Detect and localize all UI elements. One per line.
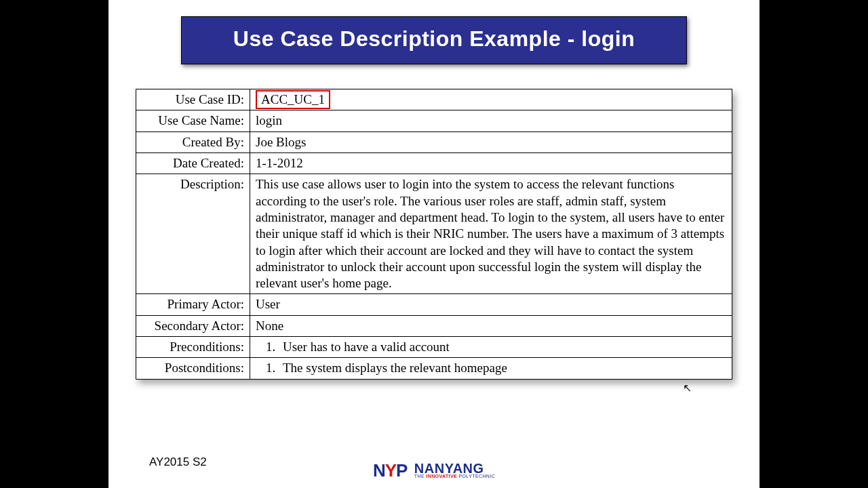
row-primary-actor: Primary Actor: User xyxy=(136,294,732,315)
row-description: Description: This use case allows user t… xyxy=(136,174,732,294)
value-secondary-actor: None xyxy=(250,315,732,336)
use-case-table-wrap: Use Case ID: ACC_UC_1 Use Case Name: log… xyxy=(136,89,732,380)
logo-line2-c: POLYTECHNIC xyxy=(457,474,495,479)
row-use-case-name: Use Case Name: login xyxy=(136,110,732,131)
row-date-created: Date Created: 1-1-2012 xyxy=(136,152,732,174)
row-postconditions: Postconditions: The system displays the … xyxy=(136,358,732,379)
logo-initials: NYP xyxy=(373,460,407,481)
logo-text: NANYANG THE INNOVATIVE POLYTECHNIC xyxy=(414,462,495,479)
value-use-case-id: ACC_UC_1 xyxy=(250,89,732,110)
label-use-case-name: Use Case Name: xyxy=(136,110,250,131)
value-use-case-name: login xyxy=(250,110,732,131)
label-preconditions: Preconditions: xyxy=(136,337,250,358)
logo-n: N xyxy=(373,460,385,481)
logo-line1: NANYANG xyxy=(414,462,495,474)
label-created-by: Created By: xyxy=(136,131,250,152)
slide-title-box: Use Case Description Example - login xyxy=(181,16,687,64)
footer-text: AY2015 S2 xyxy=(149,455,207,469)
postcondition-item: The system displays the relevant homepag… xyxy=(279,360,726,376)
value-postconditions: The system displays the relevant homepag… xyxy=(250,358,732,379)
slide: Use Case Description Example - login Use… xyxy=(108,0,760,488)
label-date-created: Date Created: xyxy=(136,152,250,174)
label-secondary-actor: Secondary Actor: xyxy=(136,315,250,336)
label-postconditions: Postconditions: xyxy=(136,358,250,379)
nyp-logo: NYP NANYANG THE INNOVATIVE POLYTECHNIC xyxy=(373,460,495,481)
label-primary-actor: Primary Actor: xyxy=(136,294,250,315)
label-use-case-id: Use Case ID: xyxy=(136,89,250,110)
value-preconditions: User has to have a valid account xyxy=(250,337,732,358)
logo-line2-a: THE xyxy=(414,474,427,479)
row-secondary-actor: Secondary Actor: None xyxy=(136,315,732,336)
row-use-case-id: Use Case ID: ACC_UC_1 xyxy=(136,89,732,110)
use-case-table: Use Case ID: ACC_UC_1 Use Case Name: log… xyxy=(136,89,732,380)
row-preconditions: Preconditions: User has to have a valid … xyxy=(136,337,732,358)
highlight-use-case-id: ACC_UC_1 xyxy=(256,90,330,109)
precondition-item: User has to have a valid account xyxy=(279,339,726,355)
logo-p: P xyxy=(396,460,407,481)
value-description: This use case allows user to login into … xyxy=(250,174,732,294)
value-date-created: 1-1-2012 xyxy=(250,152,732,174)
value-created-by: Joe Blogs xyxy=(250,131,732,152)
logo-line2-b: INNOVATIVE xyxy=(426,474,457,479)
row-created-by: Created By: Joe Blogs xyxy=(136,131,732,152)
logo-line2: THE INNOVATIVE POLYTECHNIC xyxy=(414,474,495,479)
slide-title: Use Case Description Example - login xyxy=(233,26,635,51)
cursor-icon: ↖ xyxy=(683,382,692,394)
logo-y: Y xyxy=(385,460,396,481)
value-primary-actor: User xyxy=(250,294,732,315)
label-description: Description: xyxy=(136,174,250,294)
